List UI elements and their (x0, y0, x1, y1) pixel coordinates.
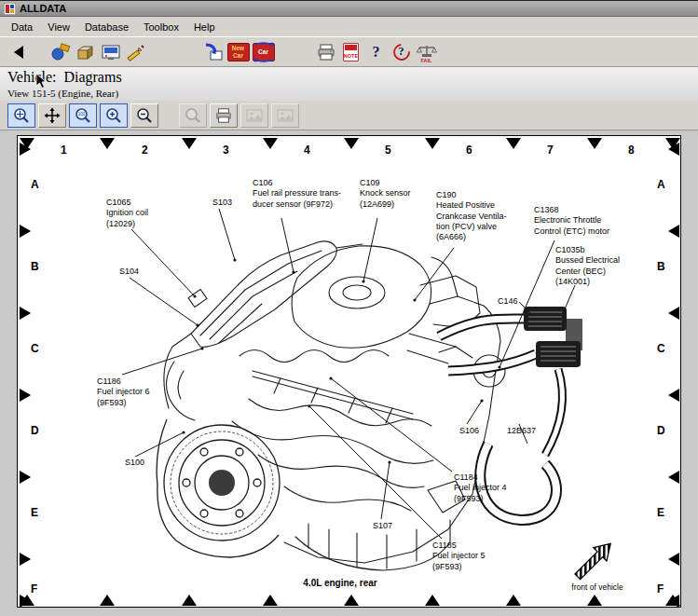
parts-box-icon (75, 43, 96, 62)
window-title: ALLDATA (20, 3, 66, 14)
grid-row-label-left-E: E (31, 506, 38, 519)
print-view-button[interactable] (210, 103, 238, 128)
prev-view-button[interactable] (240, 103, 268, 128)
callout-c1368: C1368 Electronic Throttle Control (ETC) … (534, 205, 609, 237)
image-prev-icon (245, 107, 264, 124)
grid-marker-right (668, 225, 679, 238)
grid-row-label-right-B: B (657, 260, 665, 273)
grid-marker-left (20, 471, 31, 484)
new-car-icon: New Car (227, 43, 250, 62)
grid-row-label-right-F: F (657, 582, 664, 595)
grid-marker-right (668, 471, 679, 484)
title-bar: ALLDATA (0, 0, 698, 17)
diagram-area: 4.0L engine, rear front of vehicle 12345… (0, 130, 698, 616)
data-tools-button[interactable] (48, 40, 73, 64)
menu-item-view[interactable]: View (40, 19, 77, 35)
main-toolbar: New Car Car (0, 37, 698, 67)
diagram-caption: 4.0L engine, rear (270, 578, 410, 588)
tools-icon (50, 43, 71, 62)
grid-col-label-4: 4 (304, 144, 310, 157)
pan-button[interactable] (38, 103, 66, 128)
menu-item-toolbox[interactable]: Toolbox (136, 19, 186, 35)
weight-fail-button[interactable]: FAIL (414, 40, 439, 64)
callout-c1065: C1065 Ignition coil (12029) (106, 198, 148, 229)
question-mark-icon: ? (373, 44, 380, 61)
menu-item-data[interactable]: Data (4, 19, 40, 35)
page-title: Vehicle: Diagrams (7, 69, 122, 86)
callout-leader-lines (122, 209, 575, 539)
fail-label: FAIL (415, 58, 439, 63)
grid-row-label-left-D: D (31, 424, 39, 437)
grid-marker-top (506, 138, 521, 149)
app-window: ALLDATA DataViewDatabaseToolboxHelp (0, 0, 698, 616)
front-of-vehicle-arrow (571, 537, 617, 582)
grid-marker-top (425, 138, 440, 149)
callout-s106: S106 (459, 426, 479, 436)
grid-row-label-right-C: C (657, 342, 665, 355)
refresh-arrows-icon (252, 41, 276, 63)
change-car-icon: Car (253, 43, 275, 62)
grid-col-label-2: 2 (142, 144, 148, 157)
grid-marker-right (668, 143, 679, 156)
callout-c146: C146 (498, 296, 518, 307)
callout-c1035b: C1035b Bussed Electrical Center (BEC) (1… (555, 245, 620, 287)
menu-item-database[interactable]: Database (77, 19, 136, 35)
zoom-in-button[interactable] (100, 103, 128, 128)
grid-col-label-3: 3 (223, 144, 229, 157)
mouse-cursor (35, 73, 47, 89)
back-arrow-icon (10, 44, 27, 61)
printer-small-icon (214, 107, 233, 124)
menu-bar: DataViewDatabaseToolboxHelp (0, 17, 698, 37)
grid-row-label-right-A: A (657, 178, 665, 191)
question-circle-icon: ? (391, 42, 412, 62)
note-button[interactable]: NOTE (338, 40, 363, 64)
leader-endpoints (182, 258, 500, 463)
callout-c1184: C1184 Fuel injector 4 (9F593) (454, 472, 507, 504)
zoom-100-button[interactable]: 100 (69, 103, 97, 128)
callout-s104: S104 (119, 267, 139, 277)
grid-marker-bottom (506, 595, 521, 606)
print-button[interactable] (313, 40, 338, 64)
help-button[interactable]: ? (363, 40, 389, 64)
grid-marker-right (668, 553, 679, 566)
pan-crosshair-icon (44, 107, 61, 124)
back-button[interactable] (6, 40, 31, 64)
callout-c106: C106 Fuel rail pressure trans- ducer sen… (253, 178, 341, 210)
zoom-tool-button[interactable] (179, 103, 207, 128)
zoom-area-button[interactable] (7, 103, 35, 128)
next-view-button[interactable] (271, 103, 299, 128)
diagram-canvas[interactable]: 4.0L engine, rear front of vehicle 12345… (17, 135, 681, 608)
new-vehicle-button[interactable]: New Car (226, 40, 251, 64)
book-arrow-icon (203, 43, 224, 62)
grid-marker-top (587, 138, 602, 149)
change-vehicle-button[interactable]: Car (251, 40, 276, 64)
grid-marker-right (668, 307, 679, 320)
grid-marker-top (182, 138, 197, 149)
search-help-button[interactable]: ? (389, 40, 414, 64)
callout-c190: C190 Heated Positive Crankcase Ventila- … (436, 190, 507, 242)
zoom-out-button[interactable] (130, 103, 158, 128)
pencil-notes-button[interactable] (123, 40, 148, 64)
monitor-button[interactable] (98, 40, 123, 64)
grid-marker-top (100, 138, 115, 149)
grid-col-label-1: 1 (61, 144, 67, 157)
callout-s107: S107 (373, 521, 392, 531)
grid-col-label-7: 7 (547, 144, 554, 157)
grid-col-label-5: 5 (385, 144, 391, 157)
zoom-in-icon (105, 107, 122, 124)
app-icon (4, 3, 16, 15)
page-header: Vehicle: Diagrams View 151-5 (Engine, Re… (0, 67, 698, 101)
callout-c1186: C1186 Fuel injector 6 (9F593) (97, 376, 150, 408)
callout-c1185: C1185 Fuel injector 5 (9F593) (432, 541, 486, 572)
manual-import-button[interactable] (200, 40, 226, 64)
parts-box-button[interactable] (73, 40, 98, 64)
callout-12b637: 12B637 (507, 426, 536, 436)
menu-item-help[interactable]: Help (186, 19, 223, 35)
zoom-100-icon: 100 (75, 107, 91, 124)
grid-marker-top (263, 138, 278, 149)
grid-row-label-right-E: E (657, 506, 664, 519)
zoom-toolbar: 100 (0, 101, 698, 130)
callout-c109: C109 Knock sensor (12A699) (360, 178, 411, 210)
new-car-label: New Car (232, 45, 244, 58)
grid-marker-bottom (344, 595, 359, 606)
